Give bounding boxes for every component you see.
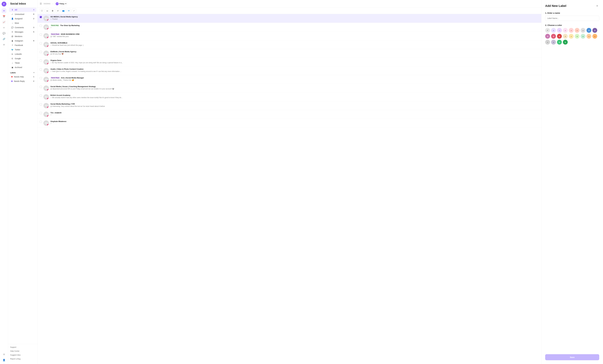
- footer-link-report-a-bug[interactable]: Report a Bug: [8, 357, 37, 361]
- message-item[interactable]: ✓ SG ◉ SG MEDIA | Social Media Agency ✈ …: [37, 14, 541, 23]
- label-dot-needs-help: [11, 76, 13, 77]
- color-swatch-c9[interactable]: a: [592, 28, 597, 33]
- color-swatch-c21[interactable]: a: [557, 40, 562, 45]
- select-all-button[interactable]: ☐: [40, 9, 44, 13]
- message-item[interactable]: OG ◉ Organa Gene ✈ Be Top Women Leader o…: [37, 58, 541, 66]
- sidebar-item-linkedin[interactable]: in LinkedIn: [9, 52, 36, 56]
- color-swatch-c11[interactable]: a: [551, 34, 556, 39]
- sidebar-item-facebook[interactable]: f Facebook: [9, 43, 36, 47]
- message-item[interactable]: AR ◉ Needs Reply Arie | Social Media Man…: [37, 75, 541, 84]
- message-item[interactable]: SC ◉ SOCIAL SCRAMBLE ✈ Should be fixed n…: [37, 40, 541, 49]
- color-swatch-c13[interactable]: a: [563, 34, 568, 39]
- sidebar-item-tiktok[interactable]: ♪ Tiktok: [9, 61, 36, 65]
- sidebar-item-assigned[interactable]: 👤 Assigned 2: [9, 16, 36, 21]
- message-checkbox[interactable]: [40, 59, 42, 62]
- color-swatch-c6[interactable]: a: [575, 28, 580, 33]
- label-item-needs-help[interactable]: Needs Help 1: [9, 75, 36, 79]
- save-label-button[interactable]: Save: [545, 354, 599, 360]
- nav-icon-calendar[interactable]: 📅: [2, 14, 6, 19]
- assign-button[interactable]: 👥: [61, 9, 66, 13]
- footer-link-help-center[interactable]: Help Center: [8, 349, 37, 353]
- message-item[interactable]: SM ◉ Social Media | Susan | Coaching Man…: [37, 84, 541, 93]
- message-checkbox[interactable]: [40, 112, 42, 114]
- message-checkbox[interactable]: [40, 68, 42, 70]
- message-item[interactable]: YV ◉ Social Media Marketing | YVR 💬 Inte…: [37, 101, 541, 110]
- message-avatar: YR ◉: [44, 112, 49, 117]
- delete-button[interactable]: 🗑: [50, 9, 55, 13]
- sidebar-item-mentions[interactable]: @ Mentions: [9, 34, 36, 38]
- message-checkbox[interactable]: [40, 77, 42, 79]
- message-checkbox[interactable]: [40, 121, 42, 123]
- nav-icon-mentions[interactable]: 💬: [2, 31, 6, 36]
- color-swatch-c17[interactable]: a: [587, 34, 591, 39]
- label-button[interactable]: 🏷: [56, 9, 60, 13]
- nav-icon-analytics[interactable]: 📈: [2, 20, 6, 24]
- color-swatch-c18[interactable]: a: [592, 34, 597, 39]
- mark-read-button[interactable]: 📧: [67, 9, 71, 13]
- message-checkbox[interactable]: [40, 42, 42, 44]
- color-swatch-c22[interactable]: a: [563, 40, 568, 45]
- workspace-switcher[interactable]: P Pallyy ▾: [54, 2, 68, 6]
- sidebar-item-twitter[interactable]: 🐦 Twitter: [9, 47, 36, 52]
- nav-icon-user[interactable]: 👤: [2, 358, 6, 362]
- color-swatch-c2[interactable]: a: [551, 28, 556, 33]
- sidebar-item-instagram[interactable]: ◉ Instagram 8: [9, 39, 36, 43]
- app-logo[interactable]: P: [2, 2, 6, 6]
- message-item[interactable]: YR ◉ Yuv_rauljiezk ✈: [37, 110, 541, 119]
- message-item[interactable]: BA ◉ British Accent Academy ✈ We actuall…: [37, 93, 541, 101]
- label-item-needs-reply[interactable]: Needs Reply 2: [9, 79, 36, 83]
- message-checkbox[interactable]: [40, 103, 42, 105]
- message-checkbox[interactable]: [40, 25, 42, 27]
- message-item[interactable]: OM ◉ Omphale Mladenov ✈: [37, 119, 541, 128]
- message-item[interactable]: AV ◉ Avails | Video & Photo Content Crea…: [37, 66, 541, 75]
- message-name: Organa Gene: [50, 59, 61, 61]
- sidebar-item-unresolved[interactable]: ✓ Unresolved 8: [9, 12, 36, 16]
- message-checkbox[interactable]: [40, 94, 42, 97]
- footer-link-suggest-idea[interactable]: Suggest Idea: [8, 353, 37, 357]
- message-header: EleMode | Social Media Agency: [50, 51, 539, 53]
- sidebar-item-google[interactable]: G Google: [9, 56, 36, 61]
- sidebar-item-archived[interactable]: ▣ Archived: [9, 65, 36, 70]
- footer-link-support[interactable]: Support: [8, 345, 37, 349]
- color-swatch-c8[interactable]: a: [587, 28, 591, 33]
- message-checkbox[interactable]: [40, 34, 42, 35]
- color-swatch-c19[interactable]: a: [545, 40, 550, 45]
- message-item[interactable]: GU ◉ Needs Help The Glow Up Marketing ✈: [37, 23, 541, 32]
- archive-button[interactable]: 🗂: [45, 9, 49, 13]
- nav-icon-integrations[interactable]: ⊕: [2, 42, 6, 47]
- add-label-button[interactable]: +: [33, 71, 35, 74]
- sidebar-item-messages[interactable]: ✈ Messages 5: [9, 30, 36, 34]
- nav-icon-compose[interactable]: ✈: [2, 25, 6, 30]
- platform-badge: ◉: [47, 45, 49, 47]
- color-swatch-c5[interactable]: a: [569, 28, 574, 33]
- color-swatch-c16[interactable]: a: [580, 34, 585, 39]
- color-swatch-c4[interactable]: a: [563, 28, 568, 33]
- color-swatch-c1[interactable]: [545, 28, 550, 33]
- message-checkbox[interactable]: ✓: [40, 16, 42, 18]
- nav-icon-links[interactable]: 🔗: [2, 36, 6, 41]
- color-swatch-c14[interactable]: a: [569, 34, 574, 39]
- resolve-button[interactable]: ✓: [72, 9, 76, 13]
- message-checkbox[interactable]: [40, 51, 42, 53]
- label-name-input[interactable]: [545, 16, 599, 21]
- color-swatch-c3[interactable]: a: [557, 28, 562, 33]
- nav-icon-inbox[interactable]: ✉: [2, 8, 6, 13]
- color-swatch-c20[interactable]: a: [551, 40, 556, 45]
- color-swatch-c10[interactable]: a: [545, 34, 550, 39]
- main-content: ☰ VIEWING › P Pallyy ▾ ☐ 🗂 🗑 🏷 👥 📧 ✓ ✓ S…: [37, 0, 541, 364]
- color-swatch-c12[interactable]: a: [557, 34, 562, 39]
- message-item[interactable]: EM ◉ EleMode | Social Media Agency 💬 All…: [37, 49, 541, 58]
- labels-section-title: Labels: [10, 72, 16, 74]
- sidebar-item-more[interactable]: › More: [9, 21, 36, 25]
- color-swatch-c15[interactable]: a: [575, 34, 580, 39]
- close-panel-button[interactable]: ✕: [595, 4, 599, 8]
- nav-item-badge-assigned: 2: [33, 18, 34, 20]
- menu-icon[interactable]: ☰: [40, 2, 42, 5]
- sidebar-item-all[interactable]: ⬇ All 4: [9, 8, 36, 12]
- color-swatch-c7[interactable]: a: [580, 28, 585, 33]
- nav-icon-settings[interactable]: ⚙: [2, 352, 6, 357]
- sidebar-item-comments[interactable]: 💬 Comments 3: [9, 25, 36, 30]
- nav-item-label-archived: Archived: [15, 66, 22, 69]
- message-item[interactable]: ED ◉ Needs Reply EDZE BUSINESS CRM 💬 "WE…: [37, 32, 541, 40]
- message-checkbox[interactable]: [40, 86, 42, 88]
